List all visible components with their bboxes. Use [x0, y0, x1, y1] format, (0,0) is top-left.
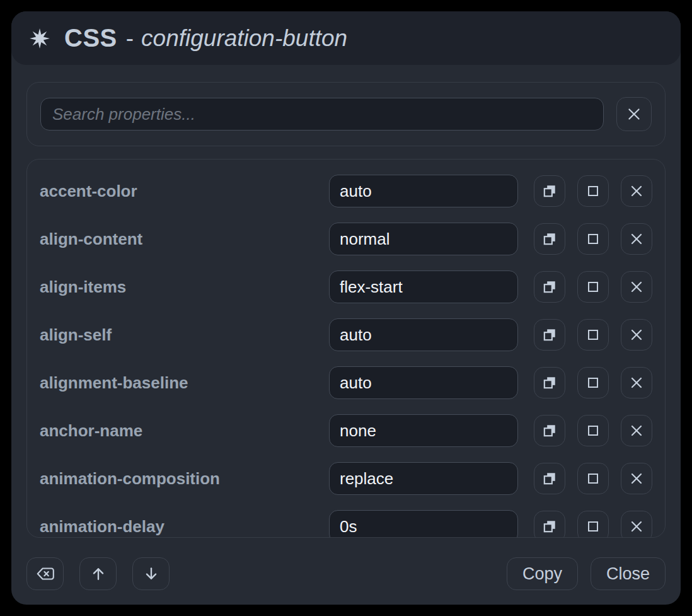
backspace-icon — [35, 566, 55, 582]
search-input[interactable] — [40, 98, 604, 131]
copy-property-button[interactable] — [534, 415, 565, 446]
move-down-button[interactable] — [132, 557, 170, 590]
reset-property-button[interactable] — [577, 463, 609, 494]
property-row: align-items — [40, 270, 652, 303]
footer-right-actions: Copy Close — [507, 557, 666, 590]
search-panel — [26, 82, 666, 146]
property-row: accent-color — [40, 175, 652, 207]
property-name: alignment-baseline — [40, 373, 329, 393]
property-value-input[interactable] — [329, 462, 518, 495]
remove-property-button[interactable] — [621, 271, 652, 303]
row-actions — [534, 463, 652, 494]
copy-icon — [542, 183, 557, 199]
row-actions — [534, 175, 652, 207]
row-actions — [534, 511, 652, 538]
square-icon — [586, 424, 600, 438]
x-icon — [629, 327, 644, 342]
row-actions — [534, 271, 652, 303]
property-row: animation-delay — [40, 510, 652, 538]
copy-property-button[interactable] — [534, 223, 565, 255]
property-row: animation-composition — [40, 462, 652, 495]
copy-property-button[interactable] — [534, 463, 565, 494]
square-icon — [586, 376, 600, 390]
reset-property-button[interactable] — [577, 271, 609, 303]
remove-property-button[interactable] — [621, 415, 652, 446]
copy-property-button[interactable] — [534, 319, 565, 351]
reset-property-button[interactable] — [577, 319, 609, 351]
property-value-input[interactable] — [329, 414, 518, 447]
copy-property-button[interactable] — [534, 511, 565, 538]
reset-property-button[interactable] — [577, 415, 609, 446]
square-icon — [586, 472, 600, 485]
dialog-title-context: configuration-button — [141, 25, 347, 52]
copy-property-button[interactable] — [534, 367, 565, 398]
dialog-title-app: CSS — [64, 24, 117, 52]
remove-property-button[interactable] — [621, 223, 652, 255]
dialog-footer: Copy Close — [26, 557, 666, 590]
x-icon — [629, 231, 644, 247]
property-value-input[interactable] — [329, 270, 518, 303]
arrow-up-icon — [90, 566, 107, 582]
copy-property-button[interactable] — [534, 271, 565, 303]
remove-property-button[interactable] — [621, 367, 652, 398]
copy-icon — [542, 375, 557, 390]
clear-search-button[interactable] — [616, 97, 652, 131]
arrow-down-icon — [143, 566, 159, 582]
property-value-input[interactable] — [329, 223, 518, 255]
reset-property-button[interactable] — [577, 367, 609, 398]
property-value-input[interactable] — [329, 510, 518, 538]
property-row: anchor-name — [40, 414, 652, 447]
property-list: accent-color align-content align-items — [26, 159, 666, 538]
reset-property-button[interactable] — [577, 511, 609, 538]
property-name: align-self — [40, 325, 329, 345]
property-name: accent-color — [40, 182, 329, 201]
footer-left-actions — [26, 557, 170, 590]
copy-icon — [542, 327, 557, 342]
dialog-header: CSS - configuration-button — [11, 11, 681, 65]
property-value-input[interactable] — [329, 175, 518, 207]
copy-icon — [542, 519, 557, 534]
property-name: align-items — [40, 277, 329, 297]
copy-icon — [542, 471, 557, 486]
close-button[interactable]: Close — [591, 557, 666, 590]
x-icon — [629, 519, 644, 534]
row-actions — [534, 367, 652, 398]
x-icon — [629, 183, 644, 199]
square-icon — [586, 184, 600, 198]
row-actions — [534, 319, 652, 351]
eight-pointed-star-icon — [29, 28, 50, 49]
x-icon — [629, 423, 644, 438]
copy-icon — [542, 423, 557, 438]
dialog-title-separator: - — [126, 25, 134, 52]
css-editor-dialog: CSS - configuration-button accent-color — [11, 11, 681, 605]
remove-property-button[interactable] — [621, 511, 652, 538]
x-icon — [629, 471, 644, 486]
property-value-input[interactable] — [329, 366, 518, 399]
property-row: align-content — [40, 223, 652, 255]
copy-icon — [542, 279, 557, 294]
copy-icon — [542, 231, 557, 247]
property-value-input[interactable] — [329, 318, 518, 351]
property-name: animation-delay — [40, 517, 329, 537]
copy-property-button[interactable] — [534, 175, 565, 207]
remove-property-button[interactable] — [621, 319, 652, 351]
property-name: animation-composition — [40, 469, 329, 489]
copy-button[interactable]: Copy — [507, 557, 578, 590]
clear-all-button[interactable] — [26, 557, 64, 590]
row-actions — [534, 415, 652, 446]
x-icon — [629, 375, 644, 390]
square-icon — [586, 232, 600, 246]
square-icon — [586, 280, 600, 294]
property-name: align-content — [40, 230, 329, 249]
square-icon — [586, 328, 600, 342]
move-up-button[interactable] — [79, 557, 117, 590]
remove-property-button[interactable] — [621, 463, 652, 494]
property-name: anchor-name — [40, 421, 329, 441]
remove-property-button[interactable] — [621, 175, 652, 207]
square-icon — [586, 520, 600, 533]
reset-property-button[interactable] — [577, 175, 609, 207]
x-icon — [629, 279, 644, 294]
x-icon — [626, 106, 642, 122]
property-row: alignment-baseline — [40, 366, 652, 399]
reset-property-button[interactable] — [577, 223, 609, 255]
